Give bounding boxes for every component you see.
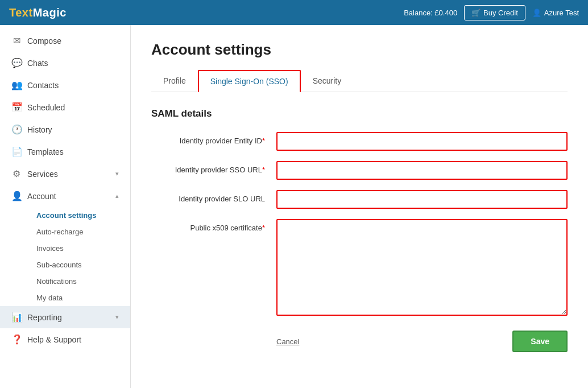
history-icon: 🕐 bbox=[11, 124, 22, 135]
services-left: ⚙ Services bbox=[11, 168, 58, 179]
sidebar-item-label: Account bbox=[27, 192, 56, 201]
sidebar-item-label: Contacts bbox=[27, 81, 59, 90]
chevron-up-icon: ▴ bbox=[115, 192, 119, 200]
sidebar-item-templates[interactable]: 📄 Templates bbox=[0, 141, 130, 163]
sidebar-item-label: History bbox=[27, 125, 52, 134]
tab-security[interactable]: Security bbox=[301, 70, 354, 92]
help-icon: ❓ bbox=[11, 334, 22, 345]
buy-credit-button[interactable]: 🛒 Buy Credit bbox=[464, 5, 525, 20]
logo-text2: Magic bbox=[33, 6, 67, 19]
topnav-right: Balance: £0.400 🛒 Buy Credit 👤 Azure Tes… bbox=[404, 5, 579, 20]
cancel-button[interactable]: Cancel bbox=[276, 337, 299, 346]
textarea-x509[interactable] bbox=[276, 219, 568, 316]
sidebar-item-scheduled[interactable]: 📅 Scheduled bbox=[0, 96, 130, 118]
templates-icon: 📄 bbox=[11, 146, 22, 157]
sidebar-item-history[interactable]: 🕐 History bbox=[0, 118, 130, 141]
form-footer: Cancel Save bbox=[151, 331, 568, 352]
reporting-icon: 📊 bbox=[11, 312, 22, 323]
sidebar-sub-item-my-data[interactable]: My data bbox=[27, 290, 130, 306]
account-submenu: Account settings Auto-recharge Invoices … bbox=[0, 207, 130, 306]
form-row-sso-url: Identity provider SSO URL* bbox=[151, 161, 568, 180]
sidebar-item-chats[interactable]: 💬 Chats bbox=[0, 52, 130, 74]
save-button[interactable]: Save bbox=[512, 331, 568, 352]
required-star: * bbox=[262, 166, 265, 174]
form-row-entity-id: Identity provider Entity ID* bbox=[151, 132, 568, 151]
sidebar-item-reporting[interactable]: 📊 Reporting ▾ bbox=[0, 306, 130, 328]
saml-form: Identity provider Entity ID* Identity pr… bbox=[151, 132, 568, 352]
tab-profile[interactable]: Profile bbox=[151, 70, 198, 92]
sidebar: ✉ Compose 💬 Chats 👥 Contacts 📅 Scheduled… bbox=[0, 25, 131, 388]
chats-icon: 💬 bbox=[11, 57, 22, 68]
sidebar-item-label: Chats bbox=[27, 59, 48, 68]
sidebar-sub-item-auto-recharge[interactable]: Auto-recharge bbox=[27, 224, 130, 240]
sidebar-item-contacts[interactable]: 👥 Contacts bbox=[0, 74, 130, 96]
sidebar-sub-item-invoices[interactable]: Invoices bbox=[27, 240, 130, 257]
logo-text: Text bbox=[9, 6, 33, 19]
sidebar-item-label: Compose bbox=[27, 36, 61, 46]
input-sso-url[interactable] bbox=[276, 161, 568, 180]
sidebar-item-label: Reporting bbox=[27, 313, 62, 322]
input-slo-url[interactable] bbox=[276, 190, 568, 209]
cart-icon: 🛒 bbox=[471, 9, 481, 17]
chevron-down-icon: ▾ bbox=[115, 313, 119, 321]
form-row-slo-url: Identity provider SLO URL bbox=[151, 190, 568, 209]
label-sso-url: Identity provider SSO URL* bbox=[151, 161, 276, 174]
sidebar-item-label: Templates bbox=[27, 147, 64, 156]
reporting-left: 📊 Reporting bbox=[11, 312, 62, 323]
account-icon: 👤 bbox=[11, 191, 22, 201]
services-icon: ⚙ bbox=[11, 168, 22, 179]
sidebar-sub-item-account-settings[interactable]: Account settings bbox=[27, 207, 130, 224]
chevron-down-icon: ▾ bbox=[115, 170, 119, 178]
user-menu[interactable]: 👤 Azure Test bbox=[532, 9, 579, 17]
sidebar-item-account[interactable]: 👤 Account ▴ bbox=[0, 185, 130, 207]
sidebar-sub-item-sub-accounts[interactable]: Sub-accounts bbox=[27, 257, 130, 273]
required-star: * bbox=[262, 224, 265, 232]
sidebar-item-label: Scheduled bbox=[27, 103, 65, 112]
label-x509: Public x509 certificate* bbox=[151, 219, 276, 232]
section-title: SAML details bbox=[151, 108, 568, 119]
sidebar-item-label: Help & Support bbox=[27, 335, 81, 344]
top-navbar: TextMagic Balance: £0.400 🛒 Buy Credit 👤… bbox=[0, 0, 588, 25]
user-icon: 👤 bbox=[532, 9, 541, 17]
compose-icon: ✉ bbox=[11, 35, 22, 46]
main-layout: ✉ Compose 💬 Chats 👥 Contacts 📅 Scheduled… bbox=[0, 25, 588, 388]
label-entity-id: Identity provider Entity ID* bbox=[151, 132, 276, 145]
sidebar-item-label: Services bbox=[27, 170, 58, 179]
sidebar-item-compose[interactable]: ✉ Compose bbox=[0, 30, 130, 52]
tabs: Profile Single Sign-On (SSO) Security bbox=[151, 70, 568, 92]
input-entity-id[interactable] bbox=[276, 132, 568, 151]
form-row-x509: Public x509 certificate* bbox=[151, 219, 568, 316]
sidebar-item-services[interactable]: ⚙ Services ▾ bbox=[0, 163, 130, 185]
account-left: 👤 Account bbox=[11, 191, 56, 201]
label-slo-url: Identity provider SLO URL bbox=[151, 190, 276, 203]
tab-sso[interactable]: Single Sign-On (SSO) bbox=[198, 70, 301, 92]
page-title: Account settings bbox=[151, 41, 568, 59]
sidebar-sub-item-notifications[interactable]: Notifications bbox=[27, 273, 130, 290]
required-star: * bbox=[262, 137, 265, 145]
contacts-icon: 👥 bbox=[11, 80, 22, 90]
main-content: Account settings Profile Single Sign-On … bbox=[131, 25, 588, 388]
sidebar-item-help[interactable]: ❓ Help & Support bbox=[0, 328, 130, 350]
scheduled-icon: 📅 bbox=[11, 102, 22, 113]
logo: TextMagic bbox=[9, 6, 67, 19]
balance-label: Balance: £0.400 bbox=[404, 9, 457, 17]
